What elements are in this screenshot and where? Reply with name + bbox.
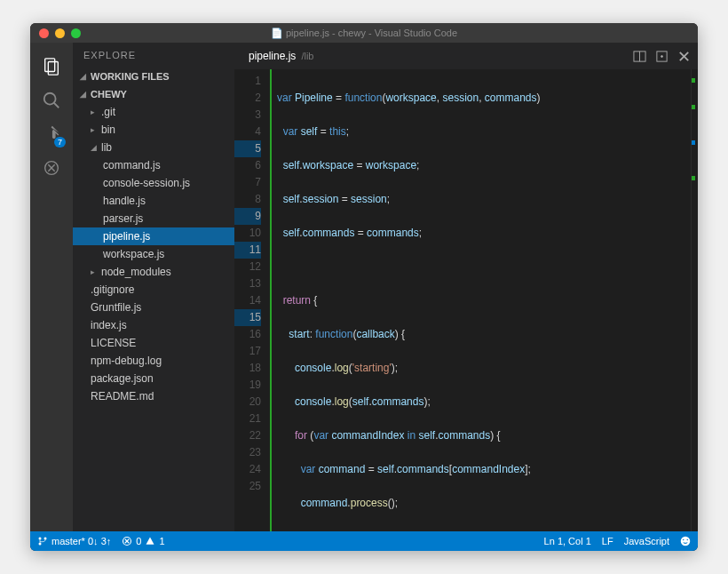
main-area: 7 EXPLORE ◢WORKING FILES ◢CHEWY ▸.git ▸b… [30,43,698,531]
file-item[interactable]: parser.js [73,210,234,227]
editor-area: pipeline.js /lib 12345678910111213141516… [234,43,698,531]
traffic-lights [30,28,81,38]
status-bar: master* 0↓ 3↑ 0 1 Ln 1, Col 1 LF JavaScr… [30,531,698,551]
git-badge: 7 [54,137,66,147]
svg-point-11 [39,538,42,540]
svg-point-18 [683,539,684,541]
titlebar: 📄 pipeline.js - chewy - Visual Studio Co… [30,23,698,43]
folder-bin[interactable]: ▸bin [73,121,234,139]
working-files-section[interactable]: ◢WORKING FILES [73,68,234,85]
file-item[interactable]: npm-debug.log [73,352,234,370]
file-item[interactable]: workspace.js [73,245,234,263]
file-item[interactable]: Gruntfile.js [73,299,234,316]
eol-status[interactable]: LF [602,536,613,546]
svg-rect-1 [48,62,58,76]
folder-lib[interactable]: ◢lib [73,139,234,156]
search-icon[interactable] [30,84,73,117]
file-item-selected[interactable]: pipeline.js [73,227,234,245]
svg-point-2 [44,93,56,105]
svg-point-12 [39,543,42,546]
code-editor[interactable]: 1234567891011121314151617181920212223242… [234,69,698,531]
file-item[interactable]: handle.js [73,192,234,210]
project-section[interactable]: ◢CHEWY [73,85,234,103]
file-item[interactable]: .gitignore [73,281,234,299]
file-item[interactable]: console-session.js [73,174,234,192]
errors-status[interactable]: 0 1 [122,536,164,546]
file-item[interactable]: LICENSE [73,334,234,352]
close-window-icon[interactable] [39,28,49,38]
window-title: 📄 pipeline.js - chewy - Visual Studio Co… [30,28,698,39]
vscode-window: 📄 pipeline.js - chewy - Visual Studio Co… [30,23,698,551]
line-gutter: 1234567891011121314151617181920212223242… [234,69,270,531]
svg-point-8 [661,55,663,57]
code-content[interactable]: var Pipeline = function(workspace, sessi… [270,69,691,531]
file-item[interactable]: index.js [73,316,234,334]
close-tab-icon[interactable] [677,50,691,63]
file-item[interactable]: package.json [73,370,234,387]
folder-git[interactable]: ▸.git [73,103,234,121]
svg-line-3 [54,103,59,108]
language-status[interactable]: JavaScript [624,536,669,546]
editor-tabs: pipeline.js /lib [234,43,698,69]
feedback-icon[interactable] [680,536,691,546]
svg-point-19 [687,539,689,541]
git-icon[interactable]: 7 [30,117,73,151]
svg-point-13 [44,538,47,540]
svg-point-17 [681,537,691,546]
active-tab[interactable]: pipeline.js /lib [241,50,320,62]
more-icon[interactable] [655,50,669,63]
explorer-icon[interactable] [30,50,73,84]
file-item[interactable]: command.js [73,156,234,174]
svg-rect-0 [45,59,55,72]
explorer-sidebar: EXPLORE ◢WORKING FILES ◢CHEWY ▸.git ▸bin… [73,43,234,531]
maximize-window-icon[interactable] [71,28,81,38]
folder-node-modules[interactable]: ▸node_modules [73,263,234,281]
explorer-title: EXPLORE [73,43,234,68]
git-branch-status[interactable]: master* 0↓ 3↑ [37,536,111,546]
cursor-position[interactable]: Ln 1, Col 1 [544,536,591,546]
tab-actions [633,50,691,63]
activity-bar: 7 [30,43,73,531]
minimize-window-icon[interactable] [55,28,65,38]
minimap[interactable] [691,69,698,531]
file-item[interactable]: README.md [73,387,234,405]
split-editor-icon[interactable] [633,50,646,63]
debug-icon[interactable] [30,151,73,185]
